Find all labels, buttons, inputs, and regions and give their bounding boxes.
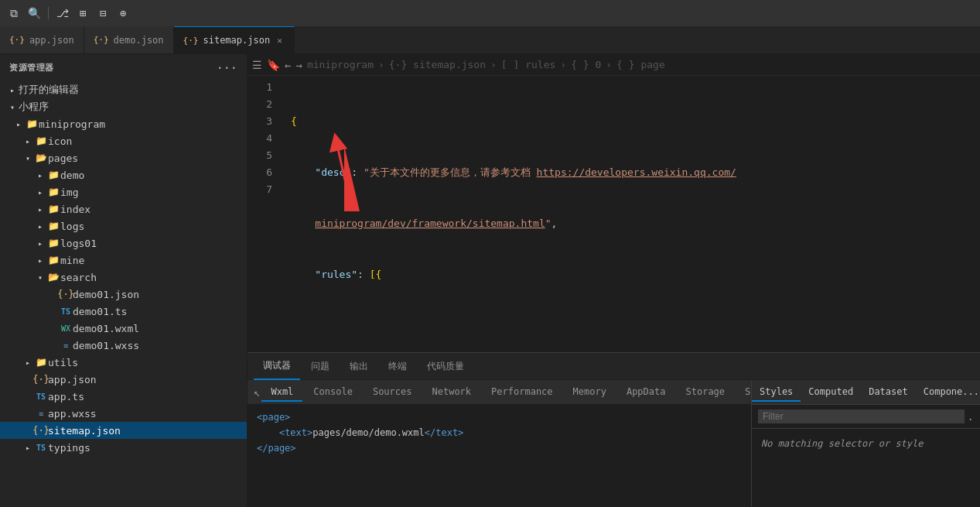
bottom-panel: 调试器 问题 输出 终端 代码质量: [248, 352, 980, 507]
styles-tab-dataset[interactable]: Dataset: [861, 383, 916, 402]
styles-panel: Styles Computed Dataset Compone...: [751, 380, 980, 507]
sidebar-item-icon[interactable]: 📁 icon: [0, 132, 247, 149]
tab-demo-json[interactable]: {·} demo.json: [84, 26, 174, 53]
sidebar-item-mine[interactable]: 📁 mine: [0, 252, 247, 269]
sitemap-json-label: sitemap.json: [48, 425, 247, 437]
demo01-ts-label: demo01.ts: [73, 306, 247, 317]
tab-demo-json-icon: {·}: [94, 35, 109, 45]
code-content[interactable]: { "desc": "关于本文件的更多信息，请参考文档 https://deve…: [278, 76, 980, 352]
mine-icon: 📁: [46, 254, 60, 266]
sidebar-item-utils[interactable]: 📁 utils: [0, 354, 247, 371]
tab-demo-json-label: demo.json: [114, 35, 164, 46]
bottom-tab-problems[interactable]: 问题: [302, 353, 339, 380]
devtools-xml-line2: <text>pages/demo/demo.wxml</text>: [257, 425, 742, 440]
sidebar-item-miniprogram-section[interactable]: 小程序: [0, 98, 247, 115]
devtools-tabs: ↖ Wxml Console Sources: [248, 380, 751, 405]
devtools-tab-console[interactable]: Console: [304, 383, 362, 402]
mine-label: mine: [60, 255, 247, 266]
bottom-tab-terminal[interactable]: 终端: [379, 353, 416, 380]
breadcrumb-sep5: [ ] rules: [501, 59, 555, 70]
sidebar-item-demo01-ts[interactable]: TS demo01.ts: [0, 303, 247, 320]
line-numbers: 1 2 3 4 5 6 7: [248, 76, 278, 352]
search-label: search: [60, 272, 247, 283]
sidebar-item-pages[interactable]: 📂 pages: [0, 149, 247, 166]
styles-tabs: Styles Computed Dataset Compone...: [752, 380, 980, 405]
devtools-tab-memory[interactable]: Memory: [564, 383, 616, 402]
sidebar-item-app-ts[interactable]: TS app.ts: [0, 388, 247, 405]
demo01-wxml-icon: WX: [59, 322, 73, 334]
toolbar-icon-grid[interactable]: ⊞: [75, 5, 90, 21]
miniprogram-section-arrow: [6, 101, 19, 113]
sidebar-item-demo[interactable]: 📁 demo: [0, 166, 247, 183]
toolbar-icon-branch[interactable]: ⎇: [55, 5, 70, 21]
toolbar-icon-search[interactable]: 🔍: [26, 5, 42, 21]
styles-tab-component-label: Compone...: [924, 386, 979, 397]
sidebar-item-logs[interactable]: 📁 logs: [0, 218, 247, 235]
sidebar-item-img[interactable]: 📁 img: [0, 183, 247, 200]
sidebar-item-demo01-wxml[interactable]: WX demo01.wxml: [0, 320, 247, 337]
devtools-tab-security[interactable]: Security: [736, 383, 751, 402]
sidebar-item-open-editors[interactable]: 打开的编辑器: [0, 81, 247, 98]
utils-arrow: [22, 356, 34, 368]
devtools-tab-sources[interactable]: Sources: [364, 383, 422, 402]
bottom-tab-debugger[interactable]: 调试器: [254, 353, 300, 380]
styles-tab-component[interactable]: Compone...: [916, 383, 980, 402]
devtools-tab-console-label: Console: [313, 386, 353, 397]
app-json-icon: {·}: [34, 373, 48, 385]
nav-hamburger-icon[interactable]: ☰: [252, 59, 262, 71]
devtools-content: <page> <text>pages/demo/demo.wxml</text>…: [248, 405, 751, 507]
icon-label: icon: [48, 135, 247, 147]
pages-arrow: [22, 152, 34, 164]
toolbar-icon-plus[interactable]: ⊕: [115, 5, 131, 21]
miniprogram-folder-arrow: [12, 118, 25, 130]
devtools-tab-network[interactable]: Network: [423, 383, 481, 402]
styles-tab-computed[interactable]: Computed: [801, 383, 861, 402]
sidebar-item-sitemap-json[interactable]: {·} sitemap.json: [0, 422, 247, 439]
tab-sitemap-json[interactable]: {·} sitemap.json ✕: [174, 26, 295, 53]
styles-filter-input[interactable]: [758, 409, 965, 423]
toolbar-icon-minus[interactable]: ⊟: [95, 5, 111, 21]
logs01-label: logs01: [60, 238, 247, 249]
sidebar-item-miniprogram-folder[interactable]: 📁 miniprogram: [0, 115, 247, 132]
img-arrow: [34, 186, 46, 198]
code-editor[interactable]: 1 2 3 4 5 6 7 { "desc": "关于本文件的更多信息，请参考文…: [248, 76, 980, 352]
sidebar-item-index[interactable]: 📁 index: [0, 200, 247, 218]
tab-close-button[interactable]: ✕: [275, 35, 285, 46]
demo01-json-icon: {·}: [59, 288, 73, 300]
devtools-tab-sources-label: Sources: [373, 386, 412, 397]
tab-app-json[interactable]: {·} app.json: [0, 26, 84, 53]
sidebar-more-icon[interactable]: ···: [217, 62, 237, 74]
sidebar-item-app-wxss[interactable]: ≡ app.wxss: [0, 405, 247, 422]
demo-icon: 📁: [46, 169, 60, 181]
nav-forward-icon[interactable]: →: [295, 59, 302, 71]
sidebar-item-demo01-json[interactable]: {·} demo01.json: [0, 286, 247, 303]
devtools-tab-wxml[interactable]: Wxml: [261, 383, 302, 402]
styles-tab-styles-label: Styles: [760, 386, 793, 397]
bottom-tab-code-quality[interactable]: 代码质量: [418, 353, 473, 380]
pages-folder-icon: 📂: [34, 152, 48, 164]
demo01-json-label: demo01.json: [73, 289, 247, 300]
styles-tab-dataset-label: Dataset: [869, 386, 908, 397]
app-json-label: app.json: [48, 374, 247, 385]
bottom-tab-output[interactable]: 输出: [340, 353, 377, 380]
devtools-tab-storage[interactable]: Storage: [677, 383, 735, 402]
bottom-tab-output-label: 输出: [350, 360, 368, 373]
sidebar: 资源管理器 ··· 打开的编辑器 小程序 📁 miniprogram: [0, 54, 248, 507]
search-icon: 📂: [46, 271, 60, 283]
toolbar-icon-copy[interactable]: ⧉: [6, 5, 22, 21]
devtools-tab-appdata[interactable]: AppData: [617, 383, 675, 402]
breadcrumb-sep7: { } 0: [571, 59, 601, 70]
sidebar-item-typings[interactable]: TS typings: [0, 439, 247, 456]
sitemap-json-icon: {·}: [34, 424, 48, 437]
devtools-tab-performance[interactable]: Performance: [482, 383, 562, 402]
sidebar-item-logs01[interactable]: 📁 logs01: [0, 235, 247, 252]
devtools-pointer-icon[interactable]: ↖: [254, 383, 260, 402]
nav-bookmark-icon[interactable]: 🔖: [267, 59, 280, 71]
nav-back-icon[interactable]: ←: [285, 59, 291, 71]
sidebar-item-search[interactable]: 📂 search: [0, 269, 247, 286]
sidebar-item-demo01-wxss[interactable]: ≡ demo01.wxss: [0, 337, 247, 354]
styles-tab-computed-label: Computed: [808, 386, 853, 397]
sidebar-item-app-json[interactable]: {·} app.json: [0, 371, 247, 388]
typings-arrow: [22, 441, 34, 454]
styles-tab-styles[interactable]: Styles: [752, 383, 801, 402]
